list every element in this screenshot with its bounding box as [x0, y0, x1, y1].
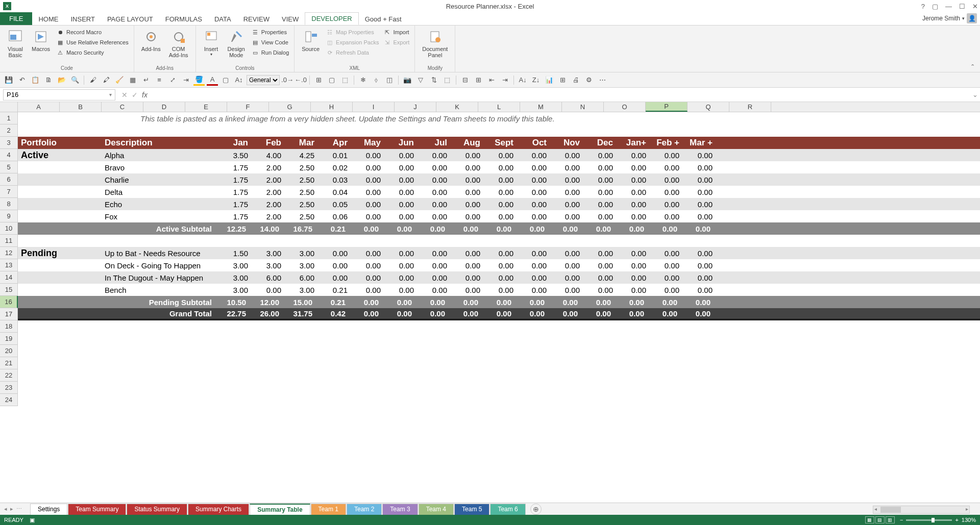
tab-good-fast[interactable]: Good + Fast	[359, 13, 408, 25]
tab-review[interactable]: REVIEW	[237, 13, 276, 25]
zoom-in-icon[interactable]: +	[955, 517, 958, 523]
tab-file[interactable]: FILE	[0, 12, 32, 25]
row-header-10[interactable]: 10	[0, 222, 18, 235]
preview-icon[interactable]: 🔍	[69, 74, 81, 86]
col-header-Q[interactable]: Q	[688, 102, 729, 112]
macros-button[interactable]: Macros	[29, 28, 53, 53]
col-header-N[interactable]: N	[562, 102, 604, 112]
minimize-icon[interactable]: —	[945, 3, 952, 10]
row-header-11[interactable]: 11	[0, 235, 18, 247]
sort-za-icon[interactable]: Z↓	[530, 74, 542, 86]
col-header-A[interactable]: A	[18, 102, 60, 112]
row-header-13[interactable]: 13	[0, 259, 18, 271]
col-header-L[interactable]: L	[478, 102, 520, 112]
wrap-icon[interactable]: ↵	[140, 74, 152, 86]
borders-all-icon[interactable]: ⊞	[313, 74, 324, 86]
row-header-21[interactable]: 21	[0, 357, 18, 369]
decrease-indent-icon[interactable]: ⇤	[486, 74, 497, 86]
user-dropdown-icon[interactable]: ▾	[962, 16, 965, 21]
chart-icon[interactable]: 📊	[544, 74, 555, 86]
user-avatar-icon[interactable]: 👤	[967, 13, 977, 23]
ribbon-display-icon[interactable]: ▢	[932, 3, 938, 10]
tab-home[interactable]: HOME	[32, 13, 64, 25]
col-header-I[interactable]: I	[353, 102, 395, 112]
select-icon[interactable]: ⬚	[442, 74, 453, 86]
sheet-nav-menu-icon[interactable]: ⋯	[16, 506, 22, 512]
import-button[interactable]: ⇱Import	[382, 28, 411, 37]
help-icon[interactable]: ?	[921, 3, 925, 10]
horizontal-scrollbar[interactable]: ◂ ▸	[873, 506, 970, 514]
collapse-ribbon-icon[interactable]: ⌃	[970, 63, 975, 70]
font-color-icon[interactable]: A	[207, 74, 218, 86]
paste-icon[interactable]: 📋	[30, 74, 41, 86]
row-header-19[interactable]: 19	[0, 333, 18, 345]
row-header-7[interactable]: 7	[0, 186, 18, 198]
sheet-tab-team-2[interactable]: Team 2	[347, 504, 382, 515]
document-panel-button[interactable]: Document Panel	[419, 28, 451, 59]
sheet-tab-team-3[interactable]: Team 3	[382, 504, 418, 515]
zoom-out-icon[interactable]: −	[900, 517, 903, 523]
group-icon[interactable]: ⊟	[459, 74, 471, 86]
increase-indent-icon[interactable]: ⇥	[499, 74, 510, 86]
user-name[interactable]: Jerome Smith	[922, 15, 960, 22]
run-dialog-button[interactable]: ▭Run Dialog	[250, 48, 290, 57]
use-relative-button[interactable]: ▦Use Relative References	[55, 38, 130, 47]
tab-formulas[interactable]: FORMULAS	[159, 13, 208, 25]
view-page-layout-icon[interactable]: ▤	[875, 516, 885, 523]
fx-icon[interactable]: fx	[142, 91, 148, 99]
fill-color-icon[interactable]: 🪣	[193, 74, 205, 86]
sheet-tab-status-summary[interactable]: Status Summary	[127, 504, 187, 515]
camera-icon[interactable]: 📷	[402, 74, 413, 86]
row-header-8[interactable]: 8	[0, 198, 18, 210]
formula-bar-expand-icon[interactable]: ⌄	[970, 91, 980, 98]
row-header-4[interactable]: 4	[0, 149, 18, 161]
scrollbar-thumb[interactable]	[880, 507, 901, 513]
row-header-1[interactable]: 1	[0, 112, 18, 124]
borders-none-icon[interactable]: ⬚	[339, 74, 351, 86]
sheet-tab-summary-charts[interactable]: Summary Charts	[188, 504, 249, 515]
visual-basic-button[interactable]: Visual Basic	[4, 28, 27, 59]
sheet-tab-team-1[interactable]: Team 1	[311, 504, 346, 515]
insert-rows-icon[interactable]: ⎀	[371, 74, 382, 86]
row-header-9[interactable]: 9	[0, 210, 18, 222]
font-size-icon[interactable]: A↕	[233, 74, 244, 86]
row-header-22[interactable]: 22	[0, 369, 18, 382]
eraser-icon[interactable]: 🧹	[114, 74, 125, 86]
col-header-H[interactable]: H	[311, 102, 353, 112]
col-header-O[interactable]: O	[604, 102, 646, 112]
row-header-2[interactable]: 2	[0, 124, 18, 137]
borders-outer-icon[interactable]: ▢	[326, 74, 337, 86]
print-icon[interactable]: 🖨	[570, 74, 581, 86]
sheet-tab-team-4[interactable]: Team 4	[419, 504, 454, 515]
macro-record-status-icon[interactable]: ▣	[30, 517, 35, 523]
name-box[interactable]: P16 ▾	[3, 89, 115, 101]
tab-insert[interactable]: INSERT	[64, 13, 101, 25]
new-icon[interactable]: 🗎	[43, 74, 54, 86]
sheet-tab-settings[interactable]: Settings	[30, 504, 67, 515]
scroll-left-icon[interactable]: ◂	[874, 506, 877, 512]
view-code-button[interactable]: ▤View Code	[250, 38, 290, 47]
name-box-dropdown-icon[interactable]: ▾	[109, 92, 112, 97]
ungroup-icon[interactable]: ⊞	[473, 74, 484, 86]
record-macro-button[interactable]: ⏺Record Macro	[55, 28, 130, 37]
close-icon[interactable]: ✕	[972, 3, 978, 10]
source-button[interactable]: Source	[299, 28, 323, 53]
row-header-24[interactable]: 24	[0, 394, 18, 406]
col-header-D[interactable]: D	[143, 102, 185, 112]
zoom-level[interactable]: 130%	[962, 517, 976, 523]
design-mode-button[interactable]: Design Mode	[225, 28, 248, 59]
col-header-M[interactable]: M	[520, 102, 562, 112]
col-header-B[interactable]: B	[60, 102, 102, 112]
merge-icon[interactable]: ▦	[127, 74, 138, 86]
row-header-12[interactable]: 12	[0, 247, 18, 259]
row-header-3[interactable]: 3	[0, 137, 18, 149]
pivot-icon[interactable]: ◫	[384, 74, 395, 86]
row-header-6[interactable]: 6	[0, 173, 18, 186]
addins-button[interactable]: Add-Ins	[138, 28, 164, 53]
decrease-decimal-icon[interactable]: ←.0	[295, 74, 306, 86]
col-header-F[interactable]: F	[227, 102, 269, 112]
view-page-break-icon[interactable]: ▥	[886, 516, 895, 523]
sheet-tab-summary-table[interactable]: Summary Table	[250, 504, 310, 515]
undo-icon[interactable]: ↶	[16, 74, 28, 86]
col-header-K[interactable]: K	[436, 102, 478, 112]
